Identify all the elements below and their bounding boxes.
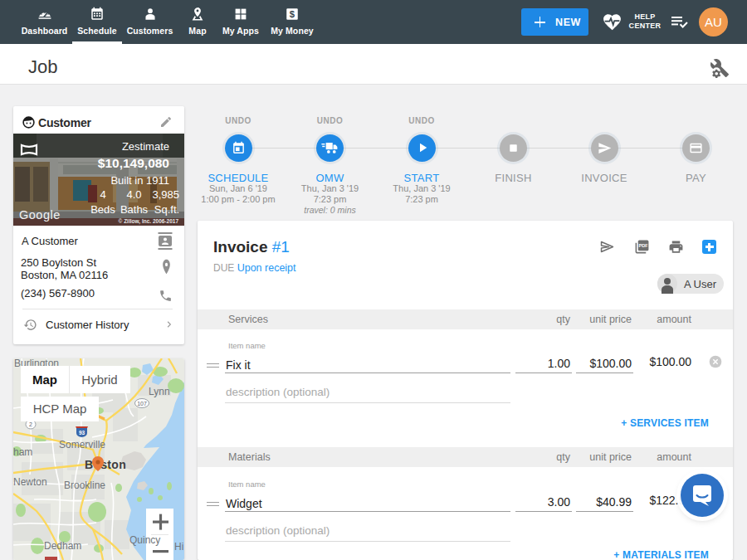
svg-text:Hi: Hi <box>174 541 183 553</box>
svg-text:PDF: PDF <box>638 243 648 248</box>
svg-text:Somerville: Somerville <box>59 439 105 450</box>
svg-text:ham: ham <box>13 446 32 458</box>
svg-text:Google: Google <box>19 208 61 222</box>
svg-text:Beds: Beds <box>90 203 115 216</box>
svg-text:93: 93 <box>79 430 85 436</box>
svg-text:Lynn: Lynn <box>149 386 170 397</box>
svg-text:3,985: 3,985 <box>152 188 179 201</box>
svg-text:Zestimate: Zestimate <box>122 140 169 153</box>
svg-text:Newton: Newton <box>13 476 47 488</box>
svg-text:Baths: Baths <box>120 203 149 216</box>
svg-text:$10,149,080: $10,149,080 <box>98 156 169 170</box>
svg-text:2: 2 <box>29 421 32 427</box>
svg-text:4.0: 4.0 <box>126 188 141 201</box>
svg-text:Brookline: Brookline <box>64 480 105 491</box>
svg-text:107: 107 <box>137 401 147 407</box>
svg-text:Map: Map <box>32 373 57 387</box>
svg-text:HCP Map: HCP Map <box>33 402 87 416</box>
svg-text:Boston: Boston <box>85 458 126 471</box>
svg-text:© Zillow, Inc. 2006-2017: © Zillow, Inc. 2006-2017 <box>119 218 179 225</box>
svg-text:Dedham: Dedham <box>44 540 81 552</box>
svg-text:Quincy: Quincy <box>129 534 160 546</box>
svg-text:Hybrid: Hybrid <box>81 373 117 387</box>
svg-text:4: 4 <box>100 188 105 201</box>
svg-text:Built in 1911: Built in 1911 <box>110 174 169 187</box>
svg-text:Sq.ft.: Sq.ft. <box>154 203 179 216</box>
svg-text:$: $ <box>290 9 295 19</box>
